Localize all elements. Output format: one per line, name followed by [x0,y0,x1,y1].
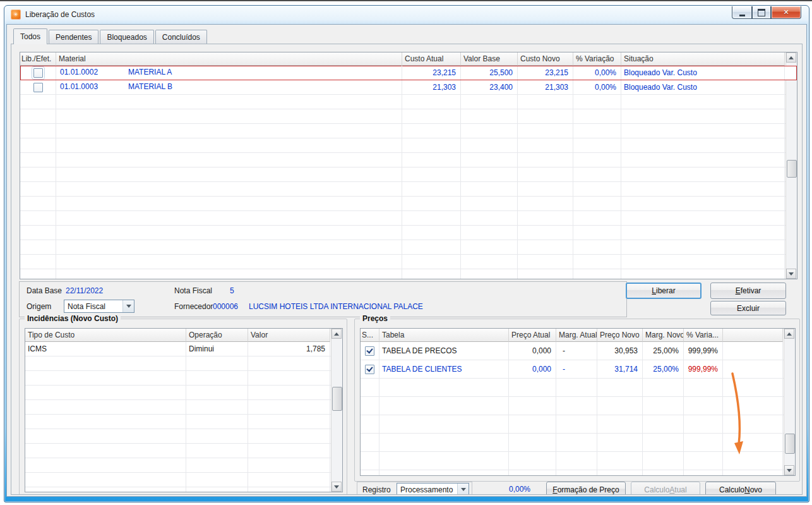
empty-cell [643,452,684,470]
empty-row [20,226,797,240]
scrollbar-thumb[interactable] [785,434,795,454]
scroll-down-icon[interactable] [331,482,342,492]
empty-cell [186,487,248,492]
efetivar-button[interactable]: Efetivar [710,283,786,299]
scroll-up-icon[interactable] [331,329,342,339]
empty-cell [20,226,56,240]
liberar-button[interactable]: Liberar [626,283,702,299]
empty-cell [461,182,518,196]
chevron-down-icon[interactable] [122,300,134,312]
tabela-cell: TABELA DE CLIENTES [379,360,509,378]
tab-todos[interactable]: Todos [13,28,47,44]
col-valor[interactable]: Valor [248,329,330,342]
empty-row [25,415,342,429]
scroll-down-icon[interactable] [786,269,796,279]
empty-cell [56,197,402,210]
lib-efet-cell [20,80,56,94]
scroll-up-icon[interactable] [786,52,796,63]
maximize-button[interactable] [752,6,771,19]
titlebar[interactable]: ✳ Liberação de Custos ✕ [4,6,809,24]
empty-cell [621,182,785,196]
empty-row [25,400,342,415]
formacao-de-preco-button[interactable]: Formação de Preço [546,482,626,495]
col-marg-novo[interactable]: Marg. Novo [643,329,684,342]
checkbox-icon[interactable] [33,83,43,92]
col-operacao[interactable]: Operação [186,329,248,342]
col-valor-base[interactable]: Valor Base [461,52,518,66]
calculo-atual-button-label: Calculo [644,485,669,494]
scrollbar-thumb[interactable] [787,160,797,178]
close-button[interactable]: ✕ [771,6,801,19]
incidencias-title: Incidências (Novo Custo) [25,314,121,323]
col-lib-efet[interactable]: Lib./Efet. [20,52,56,66]
col-custo-novo[interactable]: Custo Novo [518,52,573,66]
scroll-down-icon[interactable] [784,465,794,475]
empty-cell [248,415,330,429]
tab-bloqueados[interactable]: Bloqueados [100,30,153,44]
checkbox-icon[interactable] [33,68,43,78]
col-preco-novo[interactable]: Preço Novo [597,329,643,342]
tab-concluidos[interactable]: Concluídos [155,30,207,44]
calculo-atual-button[interactable]: Calculo Atual [631,482,700,495]
preco-row-tabela-clientes[interactable]: TABELA DE CLIENTES 0,000 - 31,714 25,00%… [361,360,795,379]
origem-select[interactable]: Nota Fiscal [64,300,134,313]
empty-cell [379,452,509,470]
col-tabela[interactable]: Tabela [379,329,509,342]
preco-row-tabela-precos[interactable]: TABELA DE PRECOS 0,000 - 30,953 25,00% 9… [361,342,795,360]
table-row-material-a[interactable]: 01.01.0002 MATERIAL A 23,215 25,500 23,2… [20,66,797,80]
checked-checkbox-icon[interactable] [365,346,374,356]
empty-cell [402,269,461,279]
checked-checkbox-icon[interactable] [365,365,374,374]
calculo-novo-button[interactable]: Calculo Novo [705,482,776,495]
empty-row [25,386,342,400]
empty-cell [573,138,621,152]
col-material[interactable]: Material [56,52,402,66]
operacao-cell: Diminui [186,342,248,356]
scroll-up-icon[interactable] [784,329,794,339]
vertical-scrollbar[interactable] [331,329,342,492]
empty-cell [518,182,573,196]
empty-cell [518,226,573,240]
empty-cell [597,452,643,470]
empty-cell [20,109,56,123]
empty-cell [402,124,461,138]
empty-cell [25,473,186,487]
incidencia-row[interactable]: ICMS Diminui 1,785 [25,342,342,356]
marg-atual-cell: - [556,342,597,360]
registro-select[interactable]: Processamento [397,483,469,495]
col-preco-atual[interactable]: Preço Atual [509,329,556,342]
empty-cell [361,397,379,415]
sel-cell [361,342,379,360]
chevron-down-icon[interactable] [457,484,469,495]
tab-pendentes[interactable]: Pendentes [49,30,99,44]
vertical-scrollbar[interactable] [785,52,797,279]
excluir-button[interactable]: Excluir [710,301,786,315]
col-marg-atual[interactable]: Marg. Atual [556,329,597,342]
minimize-button[interactable] [732,6,752,19]
registro-panel: Registro Processamento [357,482,472,495]
scrollbar-thumb[interactable] [332,387,342,411]
marg-novo-cell: 25,00% [643,360,684,378]
empty-cell [643,434,684,451]
empty-row [25,487,342,492]
fornecedor-code: 000006 [213,302,238,311]
col-tipo-custo[interactable]: Tipo de Custo [25,329,186,342]
col-sel[interactable]: S... [361,329,379,342]
col-variacao[interactable]: % Variação [573,52,621,66]
col-variacao[interactable]: % Varia... [684,329,723,342]
document-info-panel: Data Base 22/11/2022 Nota Fiscal 5 Orige… [19,281,627,317]
empty-cell [248,487,330,492]
empty-row [25,473,342,487]
vertical-scrollbar[interactable] [784,329,795,475]
table-row-material-b[interactable]: 01.01.0003 MATERIAL B 21,303 23,400 21,3… [20,80,797,95]
col-situacao[interactable]: Situação [621,52,785,66]
empty-cell [723,434,783,451]
preco-novo-cell: 31,714 [597,360,643,378]
empty-cell [25,415,186,429]
empty-cell [573,182,621,196]
col-custo-atual[interactable]: Custo Atual [402,52,461,66]
material-name: MATERIAL A [128,66,172,79]
empty-cell [402,197,461,210]
empty-cell [56,124,402,138]
empty-cell [402,240,461,254]
